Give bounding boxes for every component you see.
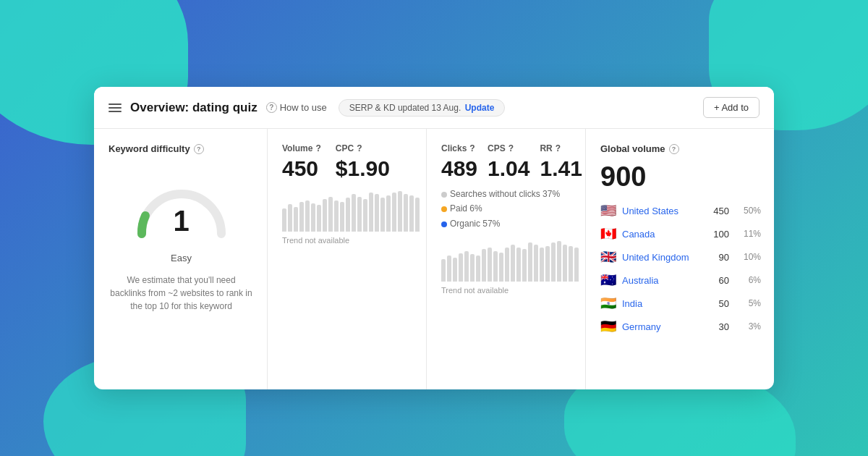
country-name[interactable]: United States bbox=[622, 206, 702, 216]
country-name[interactable]: India bbox=[622, 298, 702, 309]
gv-help-icon[interactable]: ? bbox=[669, 144, 679, 154]
country-row: 🇮🇳 India 50 5% bbox=[600, 295, 761, 311]
how-to-use-label: How to use bbox=[280, 102, 327, 113]
country-name[interactable]: Canada bbox=[622, 229, 702, 240]
clicks-trend-label: Trend not available bbox=[441, 286, 572, 295]
kd-description: We estimate that you'll need backlinks f… bbox=[109, 274, 254, 313]
bar bbox=[563, 245, 567, 282]
bar bbox=[317, 205, 321, 232]
kd-label: Easy bbox=[109, 253, 254, 263]
clicks-block: Clicks ? 489 bbox=[441, 143, 477, 181]
country-list: 🇺🇸 United States 450 50% 🇨🇦 Canada 100 1… bbox=[600, 203, 761, 334]
country-volume: 50 bbox=[707, 298, 729, 309]
rr-title: RR ? bbox=[540, 143, 582, 153]
bar bbox=[328, 197, 333, 232]
main-card: Overview: dating quiz ? How to use SERP … bbox=[94, 87, 774, 389]
bar bbox=[505, 248, 509, 282]
country-pct: 11% bbox=[739, 229, 761, 239]
cpc-block: CPC ? $1.90 bbox=[336, 143, 390, 181]
bar bbox=[441, 259, 446, 282]
country-row: 🇺🇸 United States 450 50% bbox=[600, 203, 761, 219]
bar bbox=[528, 242, 532, 282]
country-name[interactable]: Australia bbox=[622, 275, 702, 286]
bar bbox=[392, 193, 396, 232]
cps-value: 1.04 bbox=[488, 156, 529, 181]
menu-icon[interactable] bbox=[109, 104, 122, 112]
country-pct: 5% bbox=[739, 298, 761, 308]
clicks-title: Clicks ? bbox=[441, 143, 477, 153]
bar bbox=[375, 194, 379, 232]
bar bbox=[534, 245, 538, 282]
country-volume: 450 bbox=[707, 206, 729, 216]
bar bbox=[447, 256, 451, 282]
bar bbox=[574, 248, 579, 282]
kd-value: 1 bbox=[173, 206, 189, 235]
bar bbox=[398, 191, 402, 232]
clicks-help-icon[interactable]: ? bbox=[469, 143, 475, 153]
bar bbox=[334, 200, 339, 232]
bar bbox=[346, 198, 350, 232]
cps-block: CPS ? 1.04 bbox=[488, 143, 529, 181]
bar bbox=[363, 199, 367, 232]
bar bbox=[557, 241, 561, 282]
volume-help-icon[interactable]: ? bbox=[315, 143, 320, 153]
global-volume-panel: Global volume ? 900 🇺🇸 United States 450… bbox=[586, 129, 774, 389]
update-link[interactable]: Update bbox=[465, 103, 495, 113]
cps-help-icon[interactable]: ? bbox=[509, 143, 514, 153]
bar bbox=[311, 203, 315, 232]
keyword-difficulty-panel: Keyword difficulty ? 1 Easy We estimate … bbox=[94, 129, 268, 389]
no-clicks-dot bbox=[441, 192, 447, 198]
bar bbox=[522, 249, 527, 282]
country-volume: 30 bbox=[707, 321, 729, 332]
clicks-value: 489 bbox=[441, 156, 477, 181]
bar bbox=[493, 251, 498, 282]
bar bbox=[545, 246, 550, 282]
clicks-meta: Searches without clicks 37% Paid 6% Orga… bbox=[441, 187, 572, 231]
bar bbox=[409, 195, 414, 232]
update-badge: SERP & KD updated 13 Aug. Update bbox=[339, 99, 506, 117]
bar bbox=[540, 248, 544, 282]
bar bbox=[386, 195, 391, 232]
rr-block: RR ? 1.41 bbox=[540, 143, 582, 181]
country-volume: 60 bbox=[707, 275, 729, 286]
bar bbox=[511, 245, 515, 282]
bar bbox=[357, 197, 362, 232]
cpc-value: $1.90 bbox=[336, 156, 390, 181]
country-row: 🇬🇧 United Kingdom 90 10% bbox=[600, 249, 761, 265]
bar bbox=[569, 246, 573, 282]
volume-title: Volume ? bbox=[282, 143, 321, 153]
rr-help-icon[interactable]: ? bbox=[556, 143, 561, 153]
bar bbox=[453, 258, 457, 282]
bar bbox=[323, 199, 327, 232]
bar bbox=[340, 202, 344, 232]
question-icon: ? bbox=[266, 102, 277, 113]
volume-panel: Volume ? 450 CPC ? $1.90 Trend not avail… bbox=[268, 129, 427, 389]
clicks-trend-bars bbox=[441, 238, 572, 282]
bar bbox=[551, 242, 556, 282]
rr-value: 1.41 bbox=[540, 156, 582, 181]
country-volume: 90 bbox=[707, 252, 729, 263]
country-flag: 🇦🇺 bbox=[600, 272, 616, 288]
cpc-help-icon[interactable]: ? bbox=[357, 143, 362, 153]
bar bbox=[488, 248, 492, 282]
volume-trend-label: Trend not available bbox=[282, 236, 413, 245]
country-pct: 10% bbox=[739, 252, 761, 262]
country-flag: 🇬🇧 bbox=[600, 249, 616, 265]
country-name[interactable]: United Kingdom bbox=[622, 252, 702, 263]
bar bbox=[305, 200, 310, 232]
kd-title: Keyword difficulty ? bbox=[109, 143, 254, 154]
card-body: Keyword difficulty ? 1 Easy We estimate … bbox=[94, 129, 774, 389]
country-row: 🇦🇺 Australia 60 6% bbox=[600, 272, 761, 288]
country-flag: 🇩🇪 bbox=[600, 318, 616, 334]
add-to-button[interactable]: + Add to bbox=[703, 97, 760, 118]
bar bbox=[352, 194, 356, 232]
cpc-title: CPC ? bbox=[336, 143, 390, 153]
how-to-use-link[interactable]: ? How to use bbox=[266, 102, 327, 113]
gv-value: 900 bbox=[600, 161, 761, 193]
organic-dot bbox=[441, 221, 447, 227]
card-header: Overview: dating quiz ? How to use SERP … bbox=[94, 87, 774, 129]
country-name[interactable]: Germany bbox=[622, 321, 702, 332]
country-pct: 6% bbox=[739, 275, 761, 285]
country-row: 🇨🇦 Canada 100 11% bbox=[600, 226, 761, 242]
kd-help-icon[interactable]: ? bbox=[194, 144, 204, 154]
